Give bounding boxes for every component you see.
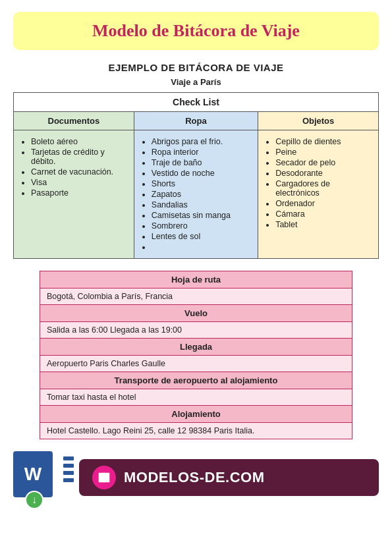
route-value: Tomar taxi hasta el hotel <box>40 389 352 406</box>
list-item: Secador de pelo <box>275 158 373 167</box>
list-item: Pasaporte <box>31 188 128 198</box>
route-label: Llegada <box>40 339 352 356</box>
route-value: Aeropuerto Paris Charles Gaulle <box>40 356 352 372</box>
route-value: Bogotá, Colombia a París, Francia <box>40 289 352 305</box>
svg-rect-0 <box>103 473 105 483</box>
route-value: Salida a las 6:00 Llegada a las 19:00 <box>40 322 352 339</box>
list-item: Cámara <box>275 209 373 219</box>
route-label: Transporte de aeropuerto al alojamiento <box>40 372 352 389</box>
main-section-title: EJEMPLO DE BITÁCORA DE VIAJE <box>0 62 392 73</box>
book-icon <box>92 466 116 489</box>
objetos-cell: Cepillo de dientes Peine Secador de pelo… <box>258 130 379 259</box>
route-header-alojamiento: Alojamiento <box>40 406 352 423</box>
route-header-vuelo: Vuelo <box>40 305 352 322</box>
header-box: Modelo de Bitácora de Viaje <box>13 12 379 50</box>
list-item: Ropa interior <box>152 148 252 157</box>
route-value: Hotel Castello. Lago Reini 25, calle 12 … <box>40 423 352 439</box>
route-section: Hoja de ruta Bogotá, Colombia a París, F… <box>40 271 352 439</box>
list-item: Boleto aéreo <box>31 137 128 146</box>
word-line-2 <box>63 464 74 468</box>
list-item: Lentes de sol <box>152 232 252 241</box>
list-item: Camisetas sin manga <box>152 211 252 220</box>
route-label: Hoja de ruta <box>40 271 352 289</box>
objetos-list: Cepillo de dientes Peine Secador de pelo… <box>264 137 373 229</box>
ropa-list: Abrigos para el frio. Ropa interior Traj… <box>140 137 252 252</box>
route-label: Vuelo <box>40 305 352 322</box>
footer-section: W ↓ MODELOS-DE.COM <box>13 451 379 504</box>
checklist-title: Check List <box>14 93 379 112</box>
word-letter: W <box>24 464 42 485</box>
route-data-bogota: Bogotá, Colombia a París, Francia <box>40 289 352 305</box>
word-line-1 <box>63 456 74 460</box>
col-header-ropa: Ropa <box>134 112 258 130</box>
list-item: Sombrero <box>152 221 252 231</box>
route-header-llegada: Llegada <box>40 339 352 356</box>
docs-list: Boleto aéreo Tarjetas de crédito y débit… <box>19 137 128 198</box>
list-item: Tablet <box>275 220 373 229</box>
col-header-docs: Documentos <box>14 112 134 130</box>
list-item: Ordenador <box>275 199 373 208</box>
list-item: Abrigos para el frio. <box>152 137 252 146</box>
list-item: Cepillo de dientes <box>275 137 373 146</box>
word-line-4 <box>63 478 74 482</box>
brand-box[interactable]: MODELOS-DE.COM <box>79 459 379 496</box>
route-label: Alojamiento <box>40 406 352 423</box>
docs-cell: Boleto aéreo Tarjetas de crédito y débit… <box>14 130 134 259</box>
route-header-transporte: Transporte de aeropuerto al alojamiento <box>40 372 352 389</box>
list-item: Peine <box>275 148 373 157</box>
list-item: Carnet de vacunación. <box>31 167 128 177</box>
checklist-row: Boleto aéreo Tarjetas de crédito y débit… <box>14 130 379 259</box>
brand-name: MODELOS-DE.COM <box>124 469 265 486</box>
list-item: Shorts <box>152 179 252 188</box>
list-item <box>152 242 252 252</box>
list-item: Tarjetas de crédito y débito. <box>31 148 128 166</box>
route-data-vuelo: Salida a las 6:00 Llegada a las 19:00 <box>40 322 352 339</box>
trip-subtitle: Viaje a París <box>0 77 392 87</box>
checklist-section: Check List Documentos Ropa Objetos Bolet… <box>13 92 379 259</box>
word-icon-container: W ↓ <box>13 451 66 504</box>
word-lines-decoration <box>63 456 74 482</box>
route-data-llegada: Aeropuerto Paris Charles Gaulle <box>40 356 352 372</box>
list-item: Traje de baño <box>152 158 252 167</box>
word-line-3 <box>63 471 74 475</box>
route-data-transporte: Tomar taxi hasta el hotel <box>40 389 352 406</box>
route-header-hoja: Hoja de ruta <box>40 271 352 289</box>
route-table: Hoja de ruta Bogotá, Colombia a París, F… <box>40 271 352 439</box>
ropa-cell: Abrigos para el frio. Ropa interior Traj… <box>134 130 258 259</box>
checklist-table: Check List Documentos Ropa Objetos Bolet… <box>13 92 379 259</box>
list-item: Desodorante <box>275 169 373 178</box>
download-icon: ↓ <box>25 491 43 509</box>
page-title: Modelo de Bitácora de Viaje <box>92 21 300 40</box>
list-item: Vestido de noche <box>152 169 252 178</box>
book-svg <box>97 470 111 485</box>
list-item: Visa <box>31 178 128 187</box>
col-header-objetos: Objetos <box>258 112 379 130</box>
route-data-alojamiento: Hotel Castello. Lago Reini 25, calle 12 … <box>40 423 352 439</box>
list-item: Cargadores de electrónicos <box>275 179 373 198</box>
list-item: Sandalias <box>152 200 252 209</box>
list-item: Zapatos <box>152 190 252 199</box>
